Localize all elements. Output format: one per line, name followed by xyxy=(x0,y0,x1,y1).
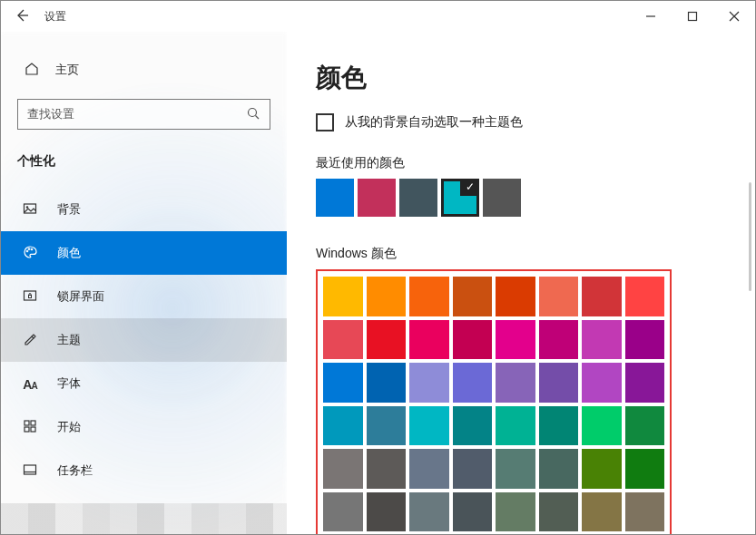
recent-color-2[interactable] xyxy=(399,179,437,217)
windows-colors-label: Windows 颜色 xyxy=(316,246,726,262)
recent-color-4[interactable] xyxy=(483,179,521,217)
recent-color-1[interactable] xyxy=(358,179,396,217)
home-icon xyxy=(23,62,41,79)
palette-color-10[interactable] xyxy=(409,320,449,360)
palette-color-21[interactable] xyxy=(539,363,579,403)
check-icon: ✓ xyxy=(466,180,475,193)
palette-color-15[interactable] xyxy=(625,320,665,360)
auto-pick-label: 从我的背景自动选取一种主题色 xyxy=(345,114,523,131)
palette-color-7[interactable] xyxy=(625,277,665,316)
palette-color-31[interactable] xyxy=(625,406,665,446)
palette-color-0[interactable] xyxy=(323,277,363,316)
svg-point-6 xyxy=(26,250,28,252)
sidebar-item-4[interactable]: AA字体 xyxy=(1,362,287,405)
close-button[interactable] xyxy=(713,1,755,32)
palette-color-19[interactable] xyxy=(453,363,493,403)
font-icon: AA xyxy=(21,376,39,392)
content-pane: 颜色 从我的背景自动选取一种主题色 最近使用的颜色 ✓ Windows 颜色 xyxy=(287,32,755,534)
sidebar-item-5[interactable]: 开始 xyxy=(1,405,287,449)
palette-color-32[interactable] xyxy=(323,449,363,489)
palette-color-47[interactable] xyxy=(625,492,665,532)
palette-color-30[interactable] xyxy=(582,406,622,446)
recent-color-0[interactable] xyxy=(316,179,354,217)
palette-color-44[interactable] xyxy=(496,492,535,532)
palette-color-40[interactable] xyxy=(323,492,363,532)
palette-color-4[interactable] xyxy=(496,277,535,316)
theme-icon xyxy=(21,332,39,349)
sidebar-item-3[interactable]: 主题 xyxy=(1,318,287,362)
svg-point-8 xyxy=(31,248,33,250)
palette-color-3[interactable] xyxy=(453,277,493,316)
start-icon xyxy=(21,419,39,436)
svg-point-2 xyxy=(249,108,257,116)
sidebar-item-2[interactable]: 锁屏界面 xyxy=(1,275,287,318)
palette-color-46[interactable] xyxy=(582,492,622,532)
palette-color-22[interactable] xyxy=(582,363,622,403)
palette-color-27[interactable] xyxy=(453,406,493,446)
svg-rect-11 xyxy=(25,421,29,425)
palette-color-12[interactable] xyxy=(496,320,535,360)
svg-line-3 xyxy=(256,115,260,119)
search-input[interactable]: 查找设置 xyxy=(17,99,270,130)
palette-color-8[interactable] xyxy=(323,320,363,360)
palette-color-33[interactable] xyxy=(367,449,407,489)
titlebar: 设置 xyxy=(1,1,755,32)
svg-rect-13 xyxy=(25,427,29,432)
palette-color-26[interactable] xyxy=(409,406,449,446)
home-label: 主页 xyxy=(55,62,79,78)
palette-color-37[interactable] xyxy=(539,449,579,489)
auto-pick-checkbox[interactable] xyxy=(316,113,334,131)
back-button[interactable] xyxy=(14,8,30,25)
palette-color-23[interactable] xyxy=(625,363,665,403)
palette-color-1[interactable] xyxy=(367,277,407,316)
palette-color-14[interactable] xyxy=(582,320,622,360)
palette-color-5[interactable] xyxy=(539,277,579,316)
windows-colors-grid xyxy=(323,277,664,531)
auto-pick-row[interactable]: 从我的背景自动选取一种主题色 xyxy=(316,113,726,131)
palette-color-35[interactable] xyxy=(453,449,493,489)
palette-color-20[interactable] xyxy=(496,363,535,403)
svg-rect-12 xyxy=(31,421,35,425)
palette-color-2[interactable] xyxy=(409,277,449,316)
sidebar-item-6[interactable]: 任务栏 xyxy=(1,449,287,492)
palette-color-13[interactable] xyxy=(539,320,579,360)
palette-color-38[interactable] xyxy=(582,449,622,489)
maximize-button[interactable] xyxy=(672,1,713,32)
image-icon xyxy=(21,201,39,219)
palette-color-41[interactable] xyxy=(367,492,407,532)
sidebar: 主页 查找设置 个性化 背景颜色锁屏界面主题AA字体开始任务栏 xyxy=(1,32,287,534)
palette-color-18[interactable] xyxy=(409,363,449,403)
palette-color-36[interactable] xyxy=(496,449,535,489)
scrollbar[interactable] xyxy=(749,182,751,291)
palette-color-6[interactable] xyxy=(582,277,622,316)
minimize-button[interactable] xyxy=(630,1,672,32)
palette-color-45[interactable] xyxy=(539,492,579,532)
recent-colors-label: 最近使用的颜色 xyxy=(316,155,726,171)
palette-color-42[interactable] xyxy=(409,492,449,532)
page-heading: 颜色 xyxy=(316,61,726,95)
recent-color-3[interactable]: ✓ xyxy=(441,179,479,217)
palette-color-24[interactable] xyxy=(323,406,363,446)
palette-color-16[interactable] xyxy=(323,363,363,403)
search-icon xyxy=(246,106,260,123)
svg-rect-1 xyxy=(689,13,697,21)
palette-color-43[interactable] xyxy=(453,492,493,532)
sidebar-item-0[interactable]: 背景 xyxy=(1,188,287,231)
palette-color-29[interactable] xyxy=(539,406,579,446)
palette-color-25[interactable] xyxy=(367,406,407,446)
sidebar-item-label: 锁屏界面 xyxy=(57,288,104,305)
palette-color-17[interactable] xyxy=(367,363,407,403)
palette-color-9[interactable] xyxy=(367,320,407,360)
home-button[interactable]: 主页 xyxy=(1,54,287,86)
taskbar-icon xyxy=(21,462,39,480)
palette-color-28[interactable] xyxy=(496,406,535,446)
svg-rect-10 xyxy=(29,295,32,297)
sidebar-item-label: 颜色 xyxy=(57,245,81,261)
sidebar-item-1[interactable]: 颜色 xyxy=(1,231,287,275)
sidebar-item-label: 任务栏 xyxy=(57,462,93,479)
sidebar-item-label: 字体 xyxy=(57,375,81,392)
svg-point-7 xyxy=(28,248,30,249)
palette-color-39[interactable] xyxy=(625,449,665,489)
palette-color-34[interactable] xyxy=(409,449,449,489)
palette-color-11[interactable] xyxy=(453,320,493,360)
